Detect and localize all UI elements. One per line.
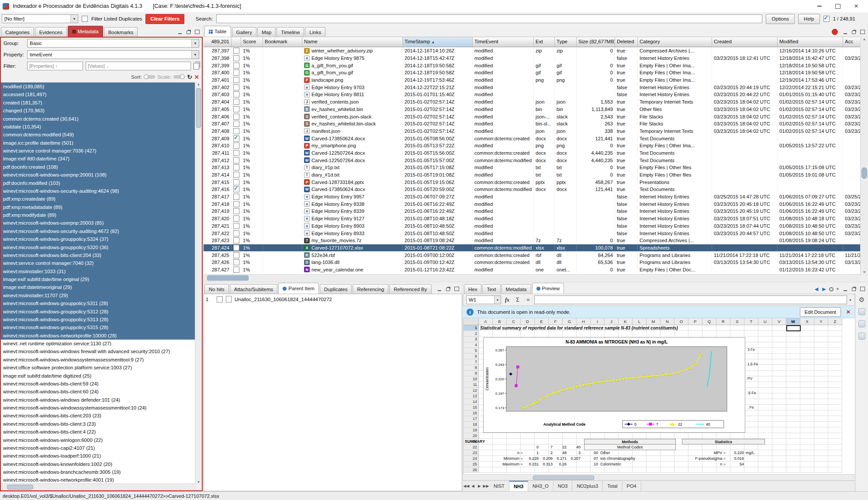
- tab-evidences[interactable]: Evidences: [35, 27, 67, 37]
- table-row[interactable]: 287,4231%7my_favorite_movies.7z2015-01-0…: [204, 237, 861, 244]
- sheet-row-6[interactable]: 6: [463, 354, 479, 359]
- panel-detach-button[interactable]: [185, 29, 192, 35]
- column-header-489-201[interactable]: 489,201: [204, 37, 232, 47]
- copy-icon[interactable]: [194, 63, 199, 69]
- metadata-value-item[interactable]: image:exif subifd:date/time original (29…: [1, 275, 195, 283]
- sheet-column-q[interactable]: Q: [702, 318, 716, 325]
- table-row[interactable]: 287,4101%Pmy_smartphone.png2015-01-05T13…: [204, 142, 861, 149]
- sheet-row-14[interactable]: 14: [463, 399, 479, 405]
- table-row[interactable]: 287,4111%WCarved-122507264.docx2015-01-0…: [204, 149, 861, 157]
- sheet-row-5[interactable]: 5: [463, 348, 479, 354]
- sheet-column-w[interactable]: W: [786, 318, 800, 325]
- row-checkbox[interactable]: [233, 55, 239, 61]
- panel-minimize-button[interactable]: [842, 286, 848, 292]
- table-row[interactable]: 287,4151%PCarved-128733184.pptx2015-01-0…: [204, 178, 861, 186]
- row-checkbox[interactable]: [233, 186, 239, 192]
- tab-text[interactable]: Text: [482, 284, 500, 294]
- panel-maximize-button[interactable]: [453, 286, 460, 292]
- equals-icon[interactable]: =: [524, 295, 533, 304]
- metadata-value-item[interactable]: winevt:microsoft-windows-grouppolicy:532…: [1, 235, 195, 243]
- table-row[interactable]: 287,4161%WCarved-173850624.docx2015-01-0…: [204, 186, 861, 193]
- window-maximize-button[interactable]: [829, 0, 847, 12]
- table-row[interactable]: 287,4071%Sev_hashes_whitelist.bin-slack2…: [204, 120, 861, 128]
- sheet-tab-po4[interactable]: PO4: [622, 481, 641, 491]
- metadata-value-item[interactable]: common:dcterms:created (30,641): [1, 115, 195, 123]
- row-checkbox[interactable]: [233, 208, 239, 214]
- row-checkbox[interactable]: [233, 150, 239, 156]
- group-dropdown[interactable]: Basic ▼: [27, 39, 199, 48]
- row-checkbox[interactable]: [233, 194, 239, 200]
- row-checkbox[interactable]: [233, 179, 239, 185]
- metadata-value-item[interactable]: winevt:microsoft-windows-grouppolicy:531…: [1, 299, 195, 307]
- filter-dropdown[interactable]: [No filter] ▼: [2, 14, 78, 23]
- window-minimize-button[interactable]: [810, 0, 829, 12]
- sheet-hscrollbar[interactable]: [463, 474, 855, 481]
- cell-reference-box[interactable]: W1 ▼: [466, 295, 501, 304]
- metadata-value-item[interactable]: accessed (181,497): [1, 90, 195, 98]
- tab-timeline[interactable]: Timeline: [277, 27, 304, 37]
- metadata-value-item[interactable]: winevt:microsoft-windows-knownfolders:10…: [1, 460, 195, 468]
- panel-minimize-button[interactable]: [842, 29, 848, 35]
- row-checkbox[interactable]: [233, 99, 239, 105]
- metadata-value-item[interactable]: winevt:microsoft-windows-windows firewal…: [1, 347, 195, 355]
- metadata-value-item[interactable]: winevt:microsoft-windows-bits-client:4 (…: [1, 428, 195, 436]
- column-header-score[interactable]: Score: [241, 37, 263, 47]
- row-checkbox[interactable]: [233, 91, 239, 97]
- sort-toggle[interactable]: [144, 75, 155, 79]
- metadata-value-item[interactable]: winevt:office software protection platfo…: [1, 364, 195, 372]
- row-checkbox[interactable]: [233, 84, 239, 90]
- panel-minimize-button[interactable]: [436, 286, 443, 292]
- metadata-value-item[interactable]: pdf:docinfo:modified (103): [1, 179, 195, 187]
- sheet-tab-no2plus3[interactable]: NO2plus3: [572, 481, 603, 491]
- metadata-value-item[interactable]: pdf:docinfo:created (108): [1, 163, 195, 171]
- options-button[interactable]: Options: [766, 14, 795, 24]
- sheet-row-17[interactable]: 17: [463, 416, 479, 422]
- sheet-tab-nist[interactable]: NIST: [489, 481, 509, 491]
- gear-icon[interactable]: ⚙: [859, 296, 865, 303]
- metadata-value-item[interactable]: winevt:microsoft-windows-bits-client:60 …: [1, 388, 195, 396]
- gallery-icon[interactable]: [858, 320, 865, 327]
- metadata-value-item[interactable]: winevt:microsoft-windows-networkprofile:…: [1, 332, 195, 340]
- table-row[interactable]: 287,4001%Ga_gift_from_you.gif2014-12-18T…: [204, 69, 861, 76]
- sheet-column-v[interactable]: V: [772, 318, 786, 325]
- sheet-column-m[interactable]: M: [647, 318, 661, 325]
- metadata-value-item[interactable]: modified (189,085): [1, 83, 195, 90]
- sheet-row-18[interactable]: 18: [463, 422, 479, 427]
- sheet-column-i[interactable]: I: [591, 318, 605, 325]
- panel-detach-button[interactable]: [445, 286, 451, 292]
- metadata-value-item[interactable]: visitdate (10,354): [1, 123, 195, 131]
- sheet-column-b[interactable]: B: [493, 318, 507, 325]
- clear-selection-icon[interactable]: ✕: [194, 74, 199, 80]
- sheet-row-7[interactable]: 7: [463, 359, 479, 365]
- external-open-icon[interactable]: ✦: [836, 286, 840, 292]
- tab-preview[interactable]: Preview: [532, 283, 564, 294]
- previous-hit-icon[interactable]: ◀: [814, 286, 819, 292]
- tab-no-hits[interactable]: No hits: [204, 284, 229, 294]
- next-hit-icon[interactable]: ▶: [821, 286, 827, 292]
- row-checkbox[interactable]: [233, 128, 239, 134]
- table-row[interactable]: 287,4091%WCarved-173850624.docx2015-01-0…: [204, 135, 861, 142]
- filter-duplicates-checkbox[interactable]: [82, 16, 88, 22]
- column-header-type[interactable]: Type: [555, 37, 577, 47]
- edit-document-button[interactable]: Edit Document: [800, 307, 841, 317]
- pin-icon[interactable]: [829, 287, 833, 292]
- scale-slider[interactable]: [173, 75, 185, 79]
- metadata-value-item[interactable]: image:exif subifd:date/time digitized (2…: [1, 372, 195, 380]
- sheet-tab-nh3-o[interactable]: NH3_O: [528, 481, 553, 491]
- metadata-value-item[interactable]: pdf:xmp:modifydate (89): [1, 211, 195, 219]
- row-checkbox[interactable]: [233, 245, 239, 251]
- navigator-icon[interactable]: [858, 333, 865, 340]
- metadata-value-item[interactable]: winevt:microsoft-windows-grouppolicy:531…: [1, 308, 195, 316]
- panel-maximize-button[interactable]: [859, 286, 866, 292]
- metadata-value-item[interactable]: winevt:microsoft-windows-branchcachesmb:…: [1, 468, 195, 476]
- sheet-column-n[interactable]: N: [661, 318, 674, 325]
- last-sheet-icon[interactable]: ▶▶: [483, 484, 489, 488]
- sheet-row-19[interactable]: 19: [463, 427, 479, 433]
- sheet-row-12[interactable]: 12: [463, 388, 479, 393]
- sheet-row-15[interactable]: 15: [463, 405, 479, 410]
- row-checkbox[interactable]: [233, 77, 239, 83]
- panel-minimize-button[interactable]: [176, 29, 183, 35]
- sheet-row-2[interactable]: 2: [463, 331, 479, 337]
- sum-icon[interactable]: Σ: [513, 295, 522, 304]
- sheet-column-h[interactable]: H: [577, 318, 591, 325]
